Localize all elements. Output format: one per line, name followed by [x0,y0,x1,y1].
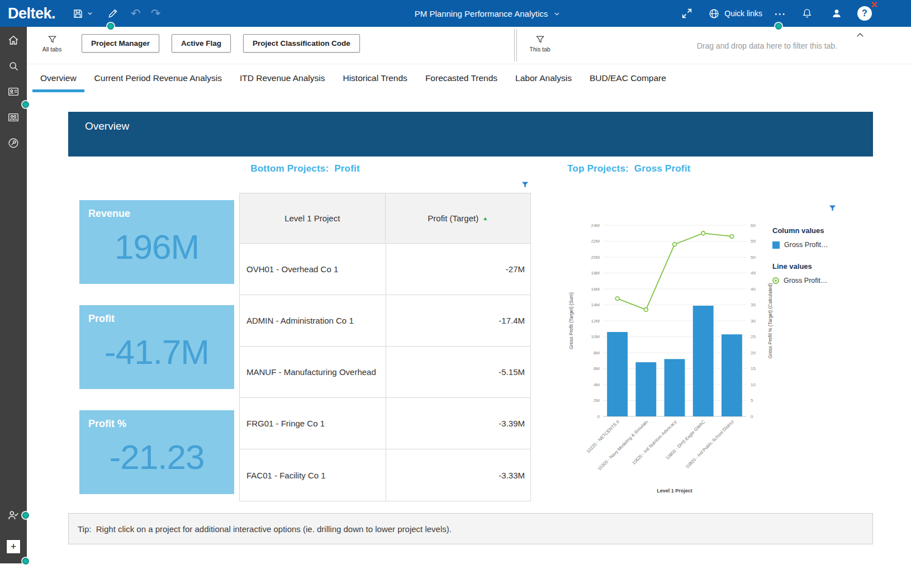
table-row[interactable]: OVH01 - Overhead Co 1 -27M [240,244,530,295]
help-button[interactable]: ? [857,6,872,21]
close-icon[interactable]: × [871,0,877,10]
collapse-filter-bar-button[interactable] [855,30,865,42]
save-button[interactable] [69,6,87,22]
guide-dot[interactable] [22,512,29,519]
expand-icon [681,7,693,20]
kpi-revenue-card: Revenue 196M [79,200,234,284]
user-profile-button[interactable] [828,6,846,21]
bar-swatch-icon [772,241,780,249]
table-row[interactable]: FRG01 - Fringe Co 1 -3.39M [240,398,530,449]
legend-line-item[interactable]: Gross Profit… [772,277,873,284]
sidebar-home-button[interactable] [0,29,27,51]
column-header-level1-project[interactable]: Level 1 Project [240,193,386,243]
top-projects-chart[interactable]: 02M4M6M8M10M12M14M16M18M20M22M24M0510152… [567,216,775,502]
bell-icon [801,8,813,19]
sidebar-project-card-button[interactable] [0,80,27,103]
column-header-profit-target[interactable]: Profit (Target) ▲ [386,193,531,243]
sidebar-contacts-button[interactable] [0,106,27,129]
bottom-projects-title: Bottom Projects: Profit [79,163,531,174]
main-content: Overview Bottom Projects: Profit Top Pro… [27,92,911,588]
sort-asc-icon[interactable]: ▲ [482,216,488,221]
dashboard-title-dropdown[interactable]: PM Planning Performance Analytics [415,9,560,18]
chevron-down-icon [553,10,560,17]
table-row[interactable]: MANUF - Manufacturing Overhead -5.15M [240,347,530,398]
quick-links-button[interactable]: Quick links [708,8,762,20]
person-icon [831,8,842,19]
expand-button[interactable] [677,5,696,22]
legend-line-label: Gross Profit… [784,277,828,284]
guide-dot[interactable] [22,101,29,108]
add-button[interactable]: + [6,539,21,554]
legend-line-values-header: Line values [772,262,873,271]
svg-text:40: 40 [751,287,756,292]
edit-pencil-button[interactable] [104,6,122,21]
tab-labor-analysis[interactable]: Labor Analysis [507,64,580,92]
filter-pills: Project Manager Active Flag Project Clas… [82,34,360,53]
combo-chart-svg[interactable]: 02M4M6M8M10M12M14M16M18M20M22M24M0510152… [567,216,775,500]
filter-pill-active-flag[interactable]: Active Flag [172,34,231,53]
home-icon [7,34,20,46]
tab-bud-eac-compare[interactable]: BUD/EAC Compare [582,64,674,92]
app-root: Deltek. ↶ ↷ PM Planning Performance Anal… [0,0,911,588]
redo-icon[interactable]: ↷ [151,7,161,20]
sidebar-search-button[interactable] [0,55,27,77]
this-tab-filter[interactable]: This tab [523,35,557,53]
all-tabs-label: All tabs [42,46,61,53]
svg-text:25: 25 [751,334,756,339]
tab-historical-trends[interactable]: Historical Trends [335,64,415,92]
overview-banner: Overview [68,112,873,157]
svg-text:24M: 24M [591,223,600,228]
globe-icon [708,8,720,20]
project-cell: OVH01 - Overhead Co 1 [240,244,386,295]
kpi-value: -41.7M [88,319,225,385]
svg-text:2M: 2M [594,398,600,403]
tab-forecasted-trends[interactable]: Forecasted Trends [417,64,505,92]
svg-text:10M: 10M [591,334,600,339]
save-icon [72,8,84,20]
chevron-up-icon [855,30,865,40]
kpi-value: 196M [88,214,225,279]
kpi-profit-pct-card: Profit % -21.23 [79,410,234,494]
save-dropdown-button[interactable] [87,8,96,18]
more-options-icon[interactable]: ⋯ [774,8,786,20]
svg-text:20M: 20M [591,255,600,260]
filter-drop-zone[interactable]: Drag and drop data here to filter this t… [697,27,837,64]
legend-column-item[interactable]: Gross Profit… [772,241,873,249]
sidebar-tools-button[interactable] [0,132,27,154]
tab-current-period-revenue-analysis[interactable]: Current Period Revenue Analysis [87,64,230,92]
profit-cell: -27M [386,244,531,295]
tab-overview[interactable]: Overview [32,64,84,92]
dashboard-title: PM Planning Performance Analytics [415,9,548,18]
top-navbar: Deltek. ↶ ↷ PM Planning Performance Anal… [0,0,911,27]
bottom-projects-table: Level 1 Project Profit (Target) ▲ OVH01 … [239,193,531,501]
left-sidebar: + [0,27,27,563]
filter-pill-project-classification-code[interactable]: Project Classification Code [243,34,360,53]
svg-text:12M: 12M [591,319,600,324]
guide-dot[interactable] [22,558,29,565]
guide-dot[interactable] [775,23,782,30]
svg-text:10: 10 [751,382,756,387]
project-cell: FAC01 - Facility Co 1 [240,449,386,501]
table-row[interactable]: FAC01 - Facility Co 1 -3.33M [240,449,530,501]
chevron-down-icon [87,11,93,16]
chart-filter-icon[interactable] [828,204,837,212]
filter-pill-project-manager[interactable]: Project Manager [82,34,159,53]
project-cell: ADMIN - Administration Co 1 [240,295,386,346]
guide-dot[interactable] [107,23,114,30]
quick-links-label: Quick links [724,9,762,18]
line-marker-icon [772,277,779,284]
svg-text:Gross Profit (Target) (Sum): Gross Profit (Target) (Sum) [568,292,574,349]
table-filter-icon[interactable] [521,181,529,189]
all-tabs-filter[interactable]: All tabs [35,35,69,53]
table-row[interactable]: ADMIN - Administration Co 1 -17.4M [240,295,530,347]
undo-icon[interactable]: ↶ [131,7,141,20]
tab-itd-revenue-analysis[interactable]: ITD Revenue Analysis [232,64,333,92]
svg-text:Level 1 Project: Level 1 Project [657,488,692,494]
svg-text:8M: 8M [594,350,600,355]
svg-text:0: 0 [597,414,600,419]
deltek-logo: Deltek. [8,5,55,22]
kpi-profit-card: Profit -41.7M [79,305,234,389]
svg-text:5: 5 [751,398,753,403]
svg-text:0: 0 [751,414,753,419]
notifications-button[interactable] [798,6,816,21]
